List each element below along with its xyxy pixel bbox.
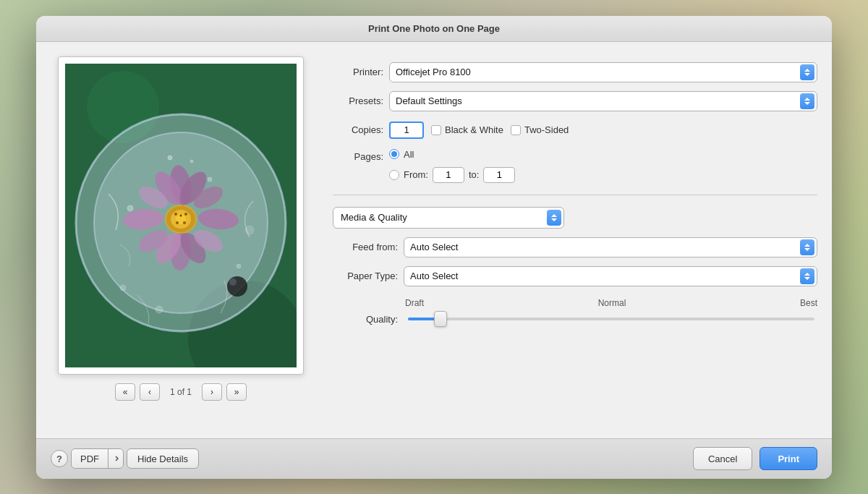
pages-all-label: All — [404, 149, 414, 160]
help-button[interactable]: ? — [51, 450, 68, 467]
svg-point-34 — [190, 160, 193, 163]
paper-type-row: Paper Type: Auto Select — [333, 266, 817, 286]
cancel-button[interactable]: Cancel — [693, 447, 752, 470]
pages-all-radio[interactable] — [389, 149, 399, 159]
pages-label: Pages: — [333, 151, 383, 162]
photo-image — [65, 64, 297, 367]
footer-left: ? PDF Hide Details — [51, 448, 199, 469]
pages-all-row: All — [389, 149, 515, 160]
pdf-dropdown-button[interactable] — [109, 449, 123, 468]
quality-label: Quality: — [333, 314, 398, 325]
svg-point-11 — [245, 226, 254, 234]
paper-type-select[interactable]: Auto Select — [404, 266, 817, 286]
page-indicator: 1 of 1 — [164, 387, 197, 397]
paper-type-select-wrapper: Auto Select — [404, 266, 817, 286]
section-select-row: Media & Quality — [333, 207, 817, 229]
svg-point-10 — [120, 285, 126, 291]
preview-panel: « ‹ 1 of 1 › » — [51, 56, 311, 424]
printer-label: Printer: — [333, 67, 383, 77]
dialog-body: « ‹ 1 of 1 › » Printer: Officejet Pro 81… — [36, 42, 832, 438]
svg-point-8 — [156, 306, 163, 313]
svg-point-31 — [183, 221, 186, 224]
separator-1 — [333, 195, 817, 195]
next-page-button[interactable]: › — [202, 383, 222, 401]
quality-slider-track — [408, 318, 814, 320]
pdf-button[interactable]: PDF — [72, 449, 109, 468]
quality-draft-label: Draft — [405, 298, 424, 308]
first-page-button[interactable]: « — [115, 383, 135, 401]
paper-type-label: Paper Type: — [333, 271, 398, 281]
two-sided-label: Two-Sided — [524, 124, 569, 135]
footer-right: Cancel Print — [693, 447, 817, 470]
prev-page-button[interactable]: ‹ — [140, 383, 160, 401]
copies-row: Copies: Black & White Two-Sided — [333, 120, 817, 140]
svg-point-29 — [184, 213, 187, 216]
presets-row: Presets: Default Settings — [333, 91, 817, 111]
svg-point-36 — [229, 278, 237, 286]
two-sided-checkbox-row: Two-Sided — [511, 124, 569, 135]
copies-controls: Black & White Two-Sided — [389, 122, 569, 139]
svg-point-6 — [127, 205, 133, 211]
printer-select-wrapper: Officejet Pro 8100 — [389, 62, 817, 82]
photo-frame — [58, 56, 304, 375]
feed-from-select[interactable]: Auto Select — [404, 237, 817, 257]
pdf-chevron-icon — [113, 455, 119, 462]
hide-details-button[interactable]: Hide Details — [127, 448, 199, 469]
quality-labels: Draft Normal Best — [333, 298, 817, 308]
pages-from-input[interactable] — [433, 167, 464, 183]
pages-to-input[interactable] — [483, 167, 515, 183]
last-page-button[interactable]: » — [226, 383, 247, 401]
print-button[interactable]: Print — [760, 447, 817, 470]
presets-select[interactable]: Default Settings — [389, 91, 817, 111]
quality-row: Quality: — [333, 314, 817, 325]
feed-from-label: Feed from: — [333, 242, 398, 252]
printer-row: Printer: Officejet Pro 8100 — [333, 62, 817, 82]
range-inputs: From: to: — [404, 167, 515, 183]
dialog-footer: ? PDF Hide Details Cancel Print — [36, 438, 832, 479]
page-navigation: « ‹ 1 of 1 › » — [115, 383, 247, 401]
section-select[interactable]: Media & Quality — [333, 207, 564, 229]
quality-normal-label: Normal — [598, 298, 626, 308]
printer-select[interactable]: Officejet Pro 8100 — [389, 62, 817, 82]
svg-point-35 — [227, 276, 247, 297]
bw-label: Black & White — [445, 124, 503, 135]
section-select-wrapper: Media & Quality — [333, 207, 564, 229]
feed-from-select-wrapper: Auto Select — [404, 237, 817, 257]
quality-best-label: Best — [800, 298, 817, 308]
copies-input[interactable] — [389, 122, 424, 139]
svg-point-33 — [168, 156, 172, 160]
copies-label: Copies: — [333, 124, 383, 135]
presets-label: Presets: — [333, 95, 383, 106]
quality-slider-thumb[interactable] — [434, 311, 447, 327]
svg-point-9 — [208, 177, 212, 182]
pages-from-radio[interactable] — [389, 170, 399, 180]
settings-panel: Printer: Officejet Pro 8100 Presets: — [333, 56, 817, 424]
dialog-title: Print One Photo on One Page — [368, 23, 500, 34]
presets-select-wrapper: Default Settings — [389, 91, 817, 111]
dialog-overlay: Print One Photo on One Page — [0, 0, 868, 494]
print-dialog: Print One Photo on One Page — [36, 16, 832, 479]
bw-checkbox[interactable] — [431, 125, 441, 135]
svg-point-32 — [180, 214, 182, 216]
pages-controls: All From: to: — [389, 149, 515, 183]
svg-point-28 — [174, 213, 177, 216]
photo-svg — [65, 64, 297, 367]
to-label: to: — [469, 169, 479, 180]
svg-point-30 — [176, 221, 179, 224]
svg-point-7 — [237, 264, 241, 268]
bw-checkbox-row: Black & White — [431, 124, 503, 135]
pages-from-row: From: to: — [389, 167, 515, 183]
pages-row: Pages: All From: to: — [333, 149, 817, 183]
dialog-titlebar: Print One Photo on One Page — [36, 16, 832, 42]
pdf-group: PDF — [71, 448, 124, 469]
from-label: From: — [404, 169, 428, 180]
quality-section: Draft Normal Best Quality: — [333, 298, 817, 325]
two-sided-checkbox[interactable] — [511, 125, 521, 135]
feed-from-row: Feed from: Auto Select — [333, 237, 817, 257]
